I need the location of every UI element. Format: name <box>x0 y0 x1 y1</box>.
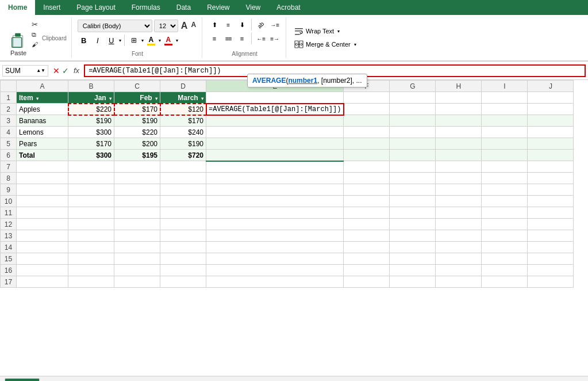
borders-button[interactable]: ⊞ <box>128 34 140 47</box>
cell-b2[interactable]: $220 <box>68 104 114 115</box>
cell-e4[interactable] <box>206 127 344 138</box>
cell-e3[interactable] <box>206 115 344 127</box>
tab-view[interactable]: View <box>237 0 268 15</box>
tab-home[interactable]: Home <box>0 0 35 15</box>
cell-j3[interactable] <box>528 115 574 127</box>
decrease-font-button[interactable]: A <box>190 21 197 31</box>
paste-icon[interactable]: Paste <box>8 32 29 56</box>
align-middle-button[interactable]: ≡ <box>222 18 235 31</box>
tab-acrobat[interactable]: Acrobat <box>268 0 308 15</box>
text-angle-button[interactable]: ab <box>255 18 267 31</box>
cell-j4[interactable] <box>528 127 574 138</box>
copy-button[interactable]: ⧉ <box>30 31 40 39</box>
col-c-header[interactable]: C <box>114 81 160 92</box>
cell-c2[interactable]: $170 <box>114 104 160 115</box>
underline-button[interactable]: U <box>105 34 118 47</box>
format-painter-button[interactable]: 🖌 <box>30 40 40 48</box>
tab-page-layout[interactable]: Page Layout <box>68 0 123 15</box>
col-b-header[interactable]: B <box>68 81 114 92</box>
cell-c6[interactable]: $195 <box>114 150 160 161</box>
col-i-header[interactable]: I <box>482 81 528 92</box>
cell-h5[interactable] <box>436 138 482 150</box>
confirm-formula-button[interactable]: ✓ <box>62 66 69 75</box>
fill-color-button[interactable]: A <box>145 34 157 47</box>
col-j-header[interactable]: J <box>528 81 574 92</box>
cell-d4[interactable]: $240 <box>160 127 206 138</box>
cell-f3[interactable] <box>344 115 390 127</box>
cell-h6[interactable] <box>436 150 482 161</box>
cell-j5[interactable] <box>528 138 574 150</box>
cell-h4[interactable] <box>436 127 482 138</box>
align-left-button[interactable]: ≡ <box>208 32 221 45</box>
font-name-select[interactable]: Calibri (Body) <box>78 20 152 32</box>
font-size-select[interactable]: 12 <box>154 20 178 32</box>
cell-i5[interactable] <box>482 138 528 150</box>
cell-g2[interactable] <box>390 104 436 115</box>
cell-d2[interactable]: $120 <box>160 104 206 115</box>
cell-f2[interactable] <box>344 104 390 115</box>
font-color-button[interactable]: A <box>162 34 175 47</box>
cell-i1[interactable] <box>482 92 528 104</box>
cell-f6[interactable] <box>344 150 390 161</box>
align-bottom-button[interactable]: ⬇ <box>236 18 248 31</box>
march-dropdown[interactable]: ▾ <box>201 96 203 101</box>
cell-i2[interactable] <box>482 104 528 115</box>
cell-j6[interactable] <box>528 150 574 161</box>
col-a-header[interactable]: A <box>17 81 68 92</box>
borders-dropdown[interactable]: ▾ <box>141 38 144 43</box>
merge-center-button[interactable]: Merge & Center ▾ <box>292 39 359 50</box>
cell-c4[interactable]: $220 <box>114 127 160 138</box>
cell-e5[interactable] <box>206 138 344 150</box>
cell-g6[interactable] <box>390 150 436 161</box>
cell-a1[interactable]: Item ▾ <box>17 92 68 104</box>
cell-j2[interactable] <box>528 104 574 115</box>
cell-a6[interactable]: Total <box>17 150 68 161</box>
cell-h2[interactable] <box>436 104 482 115</box>
cell-b4[interactable]: $300 <box>68 127 114 138</box>
cell-h1[interactable] <box>436 92 482 104</box>
cell-b3[interactable]: $190 <box>68 115 114 127</box>
tab-data[interactable]: Data <box>168 0 199 15</box>
underline-dropdown[interactable]: ▾ <box>119 38 121 43</box>
align-top-button[interactable]: ⬆ <box>208 18 221 31</box>
cell-j1[interactable] <box>528 92 574 104</box>
font-color-dropdown[interactable]: ▾ <box>176 38 178 43</box>
cell-g3[interactable] <box>390 115 436 127</box>
sheet-tab-1[interactable]: Sheet1 <box>5 378 40 381</box>
cell-e6[interactable] <box>206 150 344 161</box>
feb-dropdown[interactable]: ▾ <box>155 96 157 101</box>
col-h-header[interactable]: H <box>436 81 482 92</box>
cell-c1[interactable]: Feb ▾ <box>114 92 160 104</box>
cell-i4[interactable] <box>482 127 528 138</box>
jan-dropdown[interactable]: ▾ <box>109 96 112 101</box>
add-sheet-button[interactable]: + <box>40 378 53 382</box>
cell-a4[interactable]: Lemons <box>17 127 68 138</box>
cancel-formula-button[interactable]: ✕ <box>53 66 60 75</box>
cell-e1[interactable] <box>206 92 344 104</box>
cell-g4[interactable] <box>390 127 436 138</box>
cell-e2[interactable]: =AVERAGE(Table1[@[Jan]:[March]]) <box>206 104 344 115</box>
spreadsheet-scroll[interactable]: A B C D E F G H I J 1 Item <box>0 80 588 376</box>
cell-a5[interactable]: Pears <box>17 138 68 150</box>
cell-h3[interactable] <box>436 115 482 127</box>
cut-button[interactable]: ✂ <box>30 20 40 29</box>
cell-i3[interactable] <box>482 115 528 127</box>
cell-d3[interactable]: $170 <box>160 115 206 127</box>
cell-d6[interactable]: $720 <box>160 150 206 161</box>
cell-b6[interactable]: $300 <box>68 150 114 161</box>
merge-dropdown-icon[interactable]: ▾ <box>354 42 356 47</box>
tab-review[interactable]: Review <box>199 0 237 15</box>
col-d-header[interactable]: D <box>160 81 206 92</box>
tab-formulas[interactable]: Formulas <box>124 0 168 15</box>
increase-indent-button[interactable]: →≡ <box>268 18 281 31</box>
cell-g1[interactable] <box>390 92 436 104</box>
align-right-button[interactable]: ≡ <box>236 32 248 45</box>
tab-insert[interactable]: Insert <box>35 0 68 15</box>
italic-button[interactable]: I <box>91 34 104 47</box>
fill-dropdown[interactable]: ▾ <box>159 38 161 43</box>
cell-b1[interactable]: Jan ▾ <box>68 92 114 104</box>
wrap-dropdown-icon[interactable]: ▾ <box>337 29 340 34</box>
cell-i6[interactable] <box>482 150 528 161</box>
wrap-text-button[interactable]: Wrap Text ▾ <box>292 25 342 37</box>
name-box[interactable]: SUM ▲▼ <box>2 65 48 77</box>
